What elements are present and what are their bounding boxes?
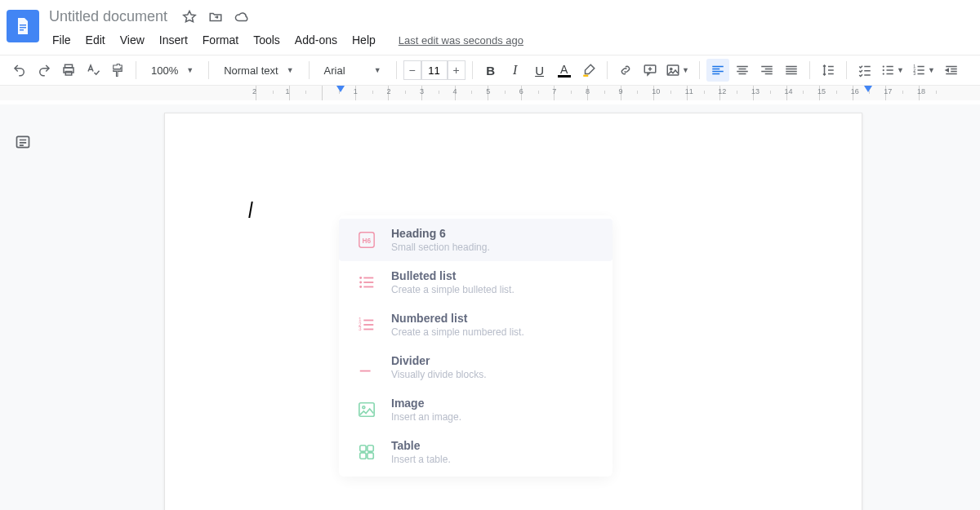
- last-edit-link[interactable]: Last edit was seconds ago: [399, 34, 523, 47]
- underline-button[interactable]: U: [528, 59, 551, 82]
- popup-item-title: Divider: [391, 354, 487, 367]
- popup-item-desc: Create a simple bulleted list.: [391, 284, 514, 295]
- svg-rect-21: [363, 277, 373, 279]
- svg-point-19: [359, 282, 362, 284]
- toolbar: 100% ▼ Normal text ▼ Arial ▼ − + B I U A…: [0, 55, 980, 86]
- popup-item-heading6[interactable]: H6 Heading 6 Small section heading.: [339, 219, 612, 261]
- popup-item-bulleted-list[interactable]: Bulleted list Create a simple bulleted l…: [339, 261, 612, 304]
- svg-point-9: [883, 65, 884, 67]
- chevron-down-icon: ▼: [374, 66, 381, 74]
- side-rail: [0, 104, 46, 510]
- popup-item-title: Image: [391, 397, 461, 410]
- image-icon: [357, 400, 376, 419]
- insert-comment-button[interactable]: [639, 59, 662, 82]
- line-spacing-button[interactable]: [817, 59, 840, 82]
- popup-item-title: Table: [391, 439, 451, 452]
- toolbar-separator: [208, 61, 209, 79]
- toolbar-separator: [472, 61, 473, 79]
- cloud-status-icon[interactable]: [234, 10, 249, 24]
- popup-item-numbered-list[interactable]: 123 Numbered list Create a simple number…: [339, 304, 612, 346]
- svg-rect-27: [363, 320, 373, 322]
- popup-item-title: Numbered list: [391, 312, 524, 325]
- bold-button[interactable]: B: [479, 59, 502, 82]
- font-select[interactable]: Arial ▼: [316, 59, 390, 82]
- insert-block-popup: H6 Heading 6 Small section heading. Bull…: [339, 215, 612, 477]
- decrease-font-button[interactable]: −: [403, 60, 421, 80]
- svg-point-20: [359, 286, 362, 288]
- chevron-down-icon: ▼: [897, 66, 904, 74]
- svg-point-18: [359, 277, 362, 279]
- popup-item-desc: Create a simple numbered list.: [391, 326, 524, 338]
- menubar: File Edit View Insert Format Tools Add-o…: [46, 27, 523, 50]
- table-icon: [357, 442, 376, 462]
- move-folder-icon[interactable]: [208, 10, 223, 24]
- align-left-button[interactable]: [706, 59, 729, 82]
- popup-item-title: Heading 6: [391, 227, 490, 240]
- numbered-list-button[interactable]: 123 ▼: [909, 59, 938, 82]
- svg-rect-32: [360, 446, 366, 451]
- insert-link-button[interactable]: [614, 59, 637, 82]
- svg-point-10: [883, 69, 884, 71]
- svg-rect-30: [359, 403, 374, 417]
- bulleted-list-button[interactable]: ▼: [878, 59, 907, 82]
- svg-text:3: 3: [359, 326, 362, 331]
- svg-text:3: 3: [913, 71, 915, 76]
- checklist-button[interactable]: [853, 59, 876, 82]
- paint-format-button[interactable]: [106, 59, 129, 82]
- align-right-button[interactable]: [755, 59, 778, 82]
- highlight-button[interactable]: [577, 59, 600, 82]
- chevron-down-icon: ▼: [287, 66, 294, 74]
- insert-image-button[interactable]: ▼: [663, 59, 693, 82]
- redo-button[interactable]: [33, 59, 56, 82]
- print-button[interactable]: [57, 59, 80, 82]
- popup-item-table[interactable]: Table Insert a table.: [339, 431, 612, 473]
- svg-rect-22: [363, 282, 373, 283]
- divider-icon: [357, 357, 376, 377]
- toolbar-separator: [396, 61, 397, 79]
- svg-point-31: [363, 406, 365, 409]
- popup-item-image[interactable]: Image Insert an image.: [339, 388, 612, 431]
- popup-item-title: Bulleted list: [391, 269, 514, 282]
- chevron-down-icon: ▼: [682, 66, 689, 74]
- popup-item-desc: Small section heading.: [391, 242, 490, 253]
- menu-help[interactable]: Help: [345, 30, 382, 50]
- ruler[interactable]: 2 1 1 2 3 4 5 6 7 8 9 10 11 12 13 14 15 …: [0, 86, 980, 100]
- undo-button[interactable]: [8, 59, 31, 82]
- svg-rect-35: [368, 453, 373, 459]
- svg-rect-0: [20, 24, 26, 26]
- spellcheck-button[interactable]: [82, 59, 105, 82]
- paragraph-style-select[interactable]: Normal text ▼: [216, 59, 301, 82]
- menu-edit[interactable]: Edit: [79, 30, 112, 50]
- document-title[interactable]: Untitled document: [46, 7, 171, 27]
- svg-point-8: [670, 68, 672, 69]
- numbered-list-icon: 123: [357, 315, 376, 335]
- docs-logo[interactable]: [7, 10, 39, 42]
- svg-rect-29: [363, 329, 373, 330]
- star-icon[interactable]: [182, 10, 197, 24]
- zoom-value: 100%: [151, 64, 178, 77]
- decrease-indent-button[interactable]: [940, 59, 963, 82]
- align-justify-button[interactable]: [780, 59, 803, 82]
- toolbar-separator: [309, 61, 310, 79]
- svg-rect-33: [368, 446, 373, 451]
- toolbar-separator: [846, 61, 847, 79]
- svg-rect-28: [363, 324, 373, 326]
- zoom-select[interactable]: 100% ▼: [143, 59, 202, 82]
- menu-addons[interactable]: Add-ons: [288, 30, 344, 50]
- menu-file[interactable]: File: [46, 30, 78, 50]
- font-size-input[interactable]: [421, 60, 448, 80]
- svg-rect-34: [360, 453, 366, 459]
- menu-view[interactable]: View: [114, 30, 151, 50]
- svg-point-11: [883, 73, 884, 74]
- align-center-button[interactable]: [731, 59, 754, 82]
- paragraph-style-value: Normal text: [224, 64, 278, 77]
- text-color-button[interactable]: A: [553, 59, 576, 82]
- increase-font-button[interactable]: +: [448, 60, 466, 80]
- popup-item-divider[interactable]: Divider Visually divide blocks.: [339, 346, 612, 388]
- document-outline-button[interactable]: [10, 129, 36, 155]
- menu-insert[interactable]: Insert: [153, 30, 194, 50]
- italic-button[interactable]: I: [504, 59, 527, 82]
- menu-tools[interactable]: Tools: [247, 30, 287, 50]
- svg-rect-1: [20, 27, 26, 29]
- menu-format[interactable]: Format: [196, 30, 245, 50]
